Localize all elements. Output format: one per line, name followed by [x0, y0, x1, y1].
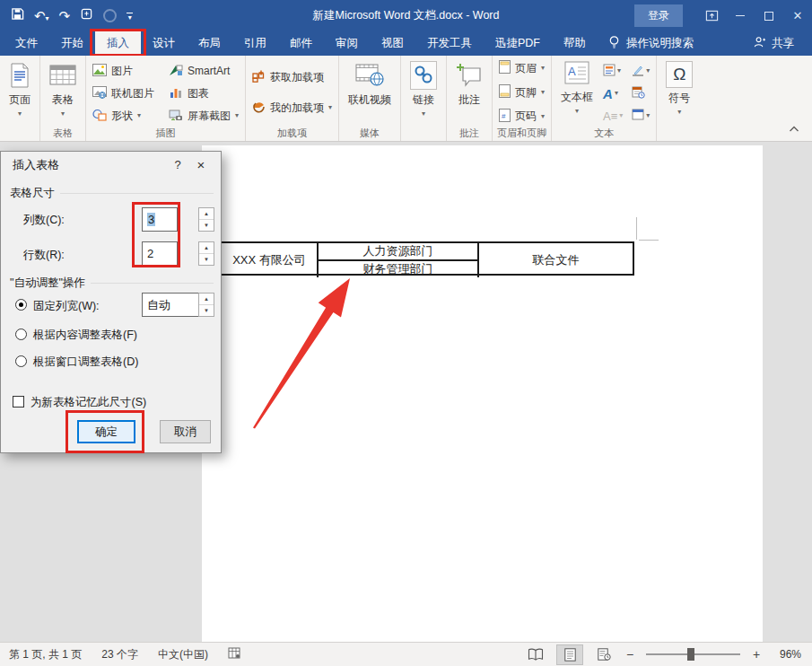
quick-parts-button[interactable]: ▾	[601, 60, 624, 82]
smartart-button[interactable]: SmartArt	[167, 60, 240, 82]
minimize-icon[interactable]	[726, 4, 755, 28]
undo-icon[interactable]: ↶▾	[34, 9, 49, 22]
columns-stepper[interactable]: ▲▼	[198, 207, 214, 232]
dialog-title: 插入表格	[13, 157, 167, 173]
collapse-ribbon-icon[interactable]	[789, 120, 799, 136]
shapes-button[interactable]: 形状 ▾	[91, 105, 156, 127]
online-video-button[interactable]: 联机视频	[344, 58, 396, 127]
web-layout-icon[interactable]	[590, 644, 617, 665]
ribbon-display-options-icon[interactable]	[697, 4, 726, 28]
document-page[interactable]	[202, 145, 763, 642]
get-addins-button[interactable]: 获取加载项	[250, 66, 334, 88]
chart-button[interactable]: 图表	[167, 83, 240, 104]
macro-record-icon[interactable]	[228, 647, 240, 662]
page-icon	[9, 61, 31, 90]
tab-developer[interactable]: 开发工具	[415, 31, 484, 56]
footer-button[interactable]: 页脚 ▾	[497, 83, 546, 103]
shapes-icon	[92, 109, 107, 124]
cancel-button[interactable]: 取消	[160, 420, 211, 443]
tab-view[interactable]: 视图	[370, 31, 415, 56]
margin-crop-mark-vertical	[636, 217, 637, 240]
drop-cap-icon: A≡	[603, 110, 617, 122]
page-number-button[interactable]: # 页码 ▾	[497, 106, 546, 127]
doc-table-cell-dept2[interactable]: 财务管理部门	[319, 261, 477, 277]
group-label-tables: 表格	[40, 127, 85, 140]
dialog-close-icon[interactable]: ×	[188, 157, 214, 172]
tab-review[interactable]: 审阅	[324, 31, 370, 56]
doc-table-cell-company[interactable]: XXX 有限公司	[222, 243, 319, 277]
link-button[interactable]: 链接 ▾	[406, 58, 441, 127]
doc-table-cell-joint[interactable]: 联合文件	[477, 243, 633, 277]
insert-table-dialog: 插入表格 ? × 表格尺寸 列数(C): 3 ▲▼ 行数(R): 2 ▲▼ "自…	[0, 151, 222, 453]
picture-icon	[92, 64, 107, 79]
close-icon[interactable]: ✕	[783, 4, 812, 28]
ok-button[interactable]: 确定	[77, 420, 135, 443]
date-time-button[interactable]	[630, 83, 651, 104]
remember-dimensions-label: 为新表格记忆此尺寸(S)	[31, 395, 146, 410]
tab-design[interactable]: 设计	[141, 31, 187, 56]
doc-table[interactable]: XXX 有限公司 人力资源部门 财务管理部门 联合文件	[220, 241, 634, 276]
tab-references[interactable]: 引用	[232, 31, 278, 56]
smartart-icon	[169, 64, 183, 79]
print-layout-icon[interactable]	[556, 644, 583, 665]
word-count[interactable]: 23 个字	[101, 647, 138, 662]
group-label-media: 媒体	[339, 127, 400, 140]
fit-window-radio[interactable]	[15, 355, 27, 367]
my-addins-button[interactable]: 我的加载项 ▾	[250, 97, 334, 118]
table-button[interactable]: 表格 ▾	[45, 58, 81, 127]
header-button[interactable]: 页眉 ▾	[497, 58, 546, 79]
object-button[interactable]: ▾	[630, 105, 651, 127]
zoom-out-button[interactable]: −	[624, 647, 635, 662]
fixed-width-combo[interactable]: 自动	[142, 293, 199, 317]
pages-button[interactable]: 页面 ▾	[4, 58, 35, 127]
comment-button[interactable]: 批注	[451, 58, 487, 127]
zoom-slider[interactable]	[646, 653, 740, 655]
zoom-in-button[interactable]: +	[751, 647, 762, 662]
tell-me-search[interactable]: 操作说明搜索	[598, 31, 704, 56]
remember-dimensions-checkbox[interactable]	[13, 396, 24, 407]
group-addins: 获取加载项 我的加载项 ▾ 加载项	[246, 56, 339, 141]
redo-icon[interactable]: ↷	[59, 9, 71, 22]
group-header-footer: 页眉 ▾ 页脚 ▾ # 页码 ▾ 页眉和页脚	[493, 56, 552, 141]
language-indicator[interactable]: 中文(中国)	[158, 647, 208, 662]
tab-insert[interactable]: 插入	[95, 31, 141, 56]
zoom-slider-thumb[interactable]	[687, 648, 694, 661]
rows-input[interactable]: 2	[142, 241, 178, 266]
help-icon[interactable]: ?	[167, 158, 188, 171]
customize-qat-icon[interactable]: ▾	[127, 13, 133, 20]
symbol-button[interactable]: Ω 符号 ▾	[661, 58, 697, 127]
pictures-button[interactable]: 图片	[91, 60, 156, 82]
maximize-icon[interactable]	[755, 4, 783, 28]
columns-input[interactable]: 3	[142, 207, 178, 232]
fit-content-radio[interactable]	[15, 329, 27, 340]
wordart-button[interactable]: A ▾	[601, 83, 624, 104]
online-pictures-button[interactable]: 联机图片	[91, 83, 156, 104]
tab-pdf[interactable]: 迅捷PDF	[484, 31, 552, 56]
tab-home[interactable]: 开始	[49, 31, 95, 56]
share-button[interactable]: 共享	[742, 31, 812, 56]
save-icon[interactable]	[11, 7, 24, 24]
tab-file[interactable]: 文件	[4, 31, 49, 56]
read-mode-icon[interactable]	[522, 644, 549, 665]
tab-mailings[interactable]: 邮件	[278, 31, 324, 56]
table-icon	[49, 61, 76, 90]
signin-button[interactable]: 登录	[634, 4, 683, 27]
touch-mode-icon[interactable]	[80, 7, 93, 24]
fixed-width-label: 固定列宽(W):	[33, 299, 100, 314]
tab-layout[interactable]: 布局	[187, 31, 232, 56]
dialog-title-bar: 插入表格 ? ×	[1, 152, 221, 178]
tab-help[interactable]: 帮助	[552, 31, 598, 56]
drop-cap-button[interactable]: A≡ ▾	[601, 105, 624, 127]
zoom-level[interactable]: 96%	[769, 648, 801, 661]
rows-stepper[interactable]: ▲▼	[198, 241, 214, 266]
date-time-icon	[632, 86, 645, 101]
signature-line-icon	[632, 64, 644, 79]
text-box-button[interactable]: A 文本框 ▾	[556, 58, 598, 127]
fixed-width-stepper[interactable]: ▲▼	[198, 293, 214, 317]
fixed-width-radio[interactable]	[15, 299, 27, 311]
screenshot-button[interactable]: 屏幕截图 ▾	[167, 105, 240, 127]
signature-line-button[interactable]: ▾	[630, 60, 651, 82]
doc-table-cell-dept1[interactable]: 人力资源部门	[319, 243, 477, 261]
group-illustrations: 图片 联机图片 形状 ▾ SmartArt 图表	[86, 56, 246, 141]
page-indicator[interactable]: 第 1 页, 共 1 页	[9, 647, 82, 662]
